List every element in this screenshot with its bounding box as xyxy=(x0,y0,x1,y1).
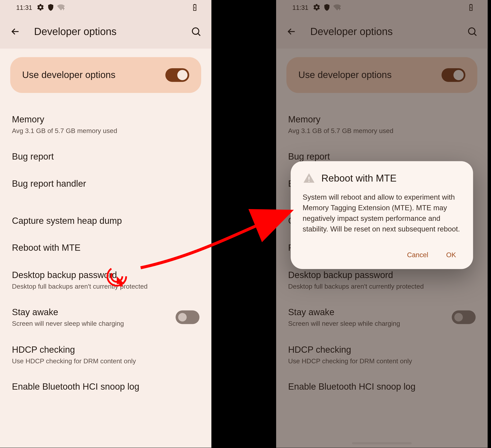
bt-snoop-row[interactable]: Enable Bluetooth HCI snoop log xyxy=(0,373,211,400)
svg-point-2 xyxy=(192,28,199,34)
heap-dump-title: Capture system heap dump xyxy=(12,215,199,227)
search-button[interactable] xyxy=(187,22,205,41)
stay-awake-switch[interactable] xyxy=(176,310,199,324)
reboot-mte-row[interactable]: Reboot with MTE xyxy=(0,234,211,261)
svg-rect-9 xyxy=(309,181,310,182)
use-developer-options-switch[interactable] xyxy=(165,68,189,82)
hdcp-row[interactable]: HDCP checking Use HDCP checking for DRM … xyxy=(0,336,211,373)
dialog-body: System will reboot and allow to experime… xyxy=(303,192,461,235)
desktop-backup-subtitle: Desktop full backups aren't currently pr… xyxy=(12,282,199,291)
settings-list[interactable]: Use developer options Memory Avg 3.1 GB … xyxy=(0,48,211,400)
stay-awake-title: Stay awake xyxy=(12,306,176,318)
bug-report-handler-row[interactable]: Bug report handler xyxy=(0,170,211,197)
hdcp-subtitle: Use HDCP checking for DRM content only xyxy=(12,357,199,365)
desktop-backup-title: Desktop backup password xyxy=(12,269,199,280)
shield-icon xyxy=(47,3,54,11)
use-developer-options-label: Use developer options xyxy=(22,70,165,81)
app-bar: Developer options xyxy=(0,15,211,49)
memory-subtitle: Avg 3.1 GB of 5.7 GB memory used xyxy=(12,127,199,135)
bt-snoop-title: Enable Bluetooth HCI snoop log xyxy=(12,381,199,392)
ok-button[interactable]: OK xyxy=(444,248,458,262)
bug-report-title: Bug report xyxy=(12,151,199,162)
arrow-left-icon xyxy=(10,26,21,37)
wifi-icon: ? xyxy=(57,3,65,11)
status-time: 11:31 xyxy=(16,4,32,11)
svg-rect-1 xyxy=(194,4,195,5)
stay-awake-subtitle: Screen will never sleep while charging xyxy=(12,319,176,328)
hdcp-title: HDCP checking xyxy=(12,343,199,355)
reboot-mte-title: Reboot with MTE xyxy=(12,242,199,253)
svg-text:?: ? xyxy=(62,7,64,11)
phone-screen-right: 11:31 ? Developer options Use developer … xyxy=(276,0,487,448)
dialog-title: Reboot with MTE xyxy=(321,172,397,184)
memory-row[interactable]: Memory Avg 3.1 GB of 5.7 GB memory used xyxy=(0,106,211,143)
search-icon xyxy=(190,26,201,37)
warning-icon xyxy=(303,172,315,184)
reboot-mte-dialog: Reboot with MTE System will reboot and a… xyxy=(291,161,473,269)
cancel-button[interactable]: Cancel xyxy=(405,248,430,262)
gear-icon xyxy=(37,3,44,11)
heap-dump-row[interactable]: Capture system heap dump xyxy=(0,207,211,234)
use-developer-options-row[interactable]: Use developer options xyxy=(10,57,201,93)
back-button[interactable] xyxy=(6,22,25,41)
stay-awake-row[interactable]: Stay awake Screen will never sleep while… xyxy=(0,298,211,336)
svg-rect-8 xyxy=(309,177,310,180)
phone-screen-left: 11:31 ? Developer options Use developer … xyxy=(0,0,211,448)
page-title: Developer options xyxy=(34,26,187,38)
desktop-backup-row[interactable]: Desktop backup password Desktop full bac… xyxy=(0,261,211,298)
status-bar: 11:31 ? xyxy=(0,0,211,15)
battery-icon xyxy=(191,3,198,11)
bug-report-row[interactable]: Bug report xyxy=(0,143,211,170)
bug-report-handler-title: Bug report handler xyxy=(12,178,199,189)
memory-title: Memory xyxy=(12,113,199,125)
